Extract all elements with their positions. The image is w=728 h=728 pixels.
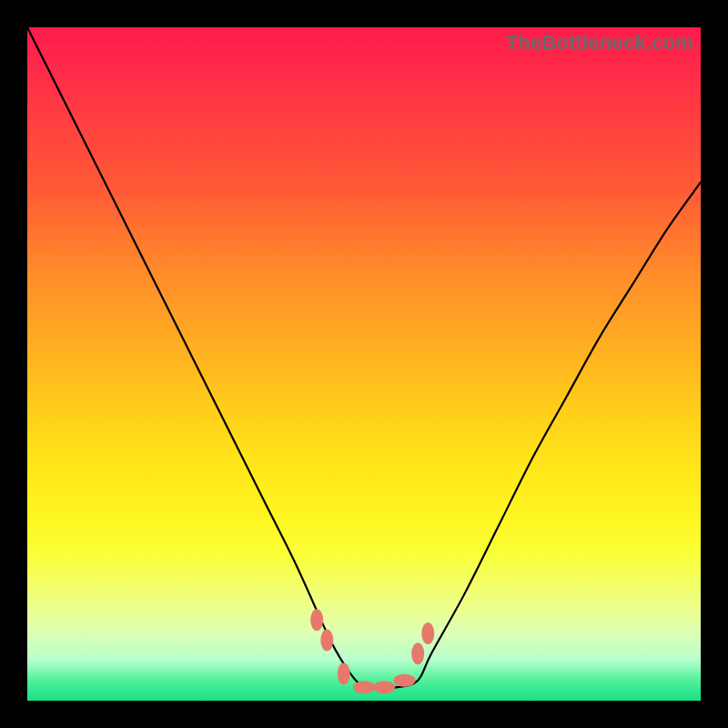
curve-marker <box>338 662 350 684</box>
bottleneck-curve <box>27 27 701 688</box>
chart-frame: TheBottleneck.com <box>0 0 728 728</box>
curve-marker <box>411 642 424 664</box>
curve-marker <box>373 681 395 693</box>
curve-marker <box>393 674 415 687</box>
watermark-text: TheBottleneck.com <box>506 31 693 55</box>
curve-marker <box>421 622 434 644</box>
plot-area: TheBottleneck.com <box>27 27 701 701</box>
marker-group <box>310 609 434 693</box>
curve-marker <box>320 629 333 651</box>
curve-layer <box>27 27 701 701</box>
curve-marker <box>310 609 323 631</box>
curve-marker <box>353 681 375 693</box>
